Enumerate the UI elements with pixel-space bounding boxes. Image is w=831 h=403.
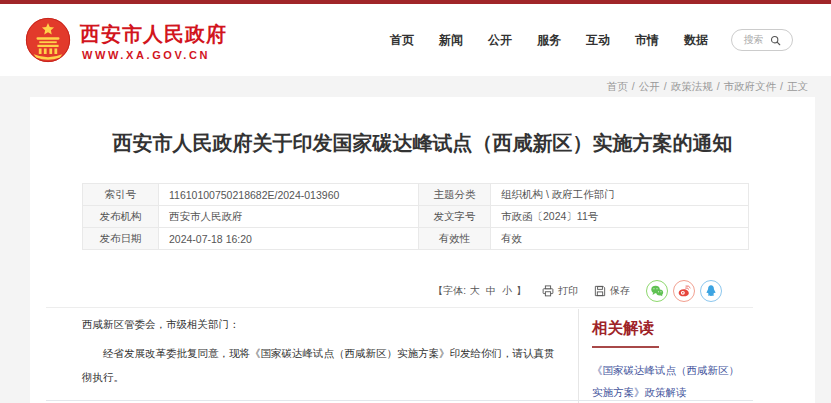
- nav-item-home[interactable]: 首页: [390, 32, 414, 49]
- save-label: 保存: [610, 284, 630, 298]
- save-button[interactable]: 保存: [594, 284, 630, 298]
- search-box[interactable]: 搜索: [731, 29, 793, 51]
- paragraph: 经省发展改革委批复同意，现将《国家碳达峰试点（西咸新区）实施方案》印发给你们，请…: [82, 341, 560, 389]
- save-icon: [594, 285, 606, 297]
- wechat-icon: [650, 284, 664, 298]
- nav-item-data[interactable]: 数据: [684, 32, 708, 49]
- salutation: 西咸新区管委会，市级相关部门：: [82, 312, 560, 336]
- breadcrumb-disclosure[interactable]: 公开: [639, 80, 660, 92]
- meta-label-document-number: 发文字号: [419, 206, 491, 228]
- nav-item-disclosure[interactable]: 公开: [488, 32, 512, 49]
- font-size-large-button[interactable]: 大: [470, 284, 480, 298]
- qq-icon: [704, 284, 718, 298]
- breadcrumb: 首页/公开/政策法规/市政府文件/正文: [607, 80, 808, 94]
- site-logo[interactable]: [25, 17, 71, 63]
- related-reading-link[interactable]: 《国家碳达峰试点（西咸新区）实施方案》政策解读: [592, 359, 744, 403]
- table-row: 发布日期 2024-07-18 16:20 有效性 有效: [83, 228, 749, 250]
- site-name[interactable]: 西安市人民政府: [80, 21, 227, 48]
- nav-item-news[interactable]: 新闻: [439, 32, 463, 49]
- weibo-share-button[interactable]: [673, 280, 695, 302]
- nav-item-interaction[interactable]: 互动: [586, 32, 610, 49]
- breadcrumb-separator: /: [632, 80, 635, 92]
- search-placeholder: 搜索: [744, 33, 764, 47]
- related-reading-underline: [592, 346, 659, 348]
- site-url: WWW.XA.GOV.CN: [82, 49, 210, 61]
- table-row: 索引号 11610100750218682E/2024-013960 主题分类 …: [83, 184, 749, 206]
- meta-label-validity: 有效性: [419, 228, 491, 250]
- weibo-icon: [677, 284, 691, 298]
- font-size-label-close: 】: [516, 284, 526, 298]
- qq-share-button[interactable]: [700, 280, 722, 302]
- document-meta-table: 索引号 11610100750218682E/2024-013960 主题分类 …: [82, 183, 749, 250]
- article-card: 西安市人民政府关于印发国家碳达峰试点（西咸新区）实施方案的通知 索引号 1161…: [30, 97, 815, 403]
- article-toolbar: 【字体: 大 中 小 】 打印 保存: [433, 280, 722, 302]
- nav-item-city-info[interactable]: 市情: [635, 32, 659, 49]
- breadcrumb-policies[interactable]: 政策法规: [671, 80, 713, 92]
- meta-value-issuing-agency: 西安市人民政府: [159, 206, 419, 228]
- meta-label-issuing-agency: 发布机构: [83, 206, 159, 228]
- national-emblem-icon: [25, 17, 71, 63]
- breadcrumb-separator: /: [780, 80, 783, 92]
- breadcrumb-current: 正文: [787, 80, 808, 92]
- print-label: 打印: [558, 284, 578, 298]
- toolbar-divider: [46, 307, 753, 308]
- main-nav: 首页 新闻 公开 服务 互动 市情 数据: [390, 4, 708, 76]
- breadcrumb-separator: /: [717, 80, 720, 92]
- related-reading-title: 相关解读: [592, 318, 762, 339]
- breadcrumb-separator: /: [664, 80, 667, 92]
- meta-label-publish-date: 发布日期: [83, 228, 159, 250]
- font-size-control: 【字体: 大 中 小 】: [433, 284, 526, 298]
- meta-label-topic-category: 主题分类: [419, 184, 491, 206]
- meta-value-topic-category: 组织机构 \ 政府工作部门: [491, 184, 749, 206]
- document-body: 西咸新区管委会，市级相关部门： 经省发展改革委批复同意，现将《国家碳达峰试点（西…: [82, 312, 560, 389]
- font-size-label: 【字体:: [433, 284, 466, 298]
- meta-value-document-number: 市政函〔2024〕11号: [491, 206, 749, 228]
- nav-item-services[interactable]: 服务: [537, 32, 561, 49]
- font-size-medium-button[interactable]: 中: [486, 284, 496, 298]
- printer-icon: [542, 285, 554, 297]
- meta-value-publish-date: 2024-07-18 16:20: [159, 228, 419, 250]
- meta-label-index-number: 索引号: [83, 184, 159, 206]
- font-size-small-button[interactable]: 小: [502, 284, 512, 298]
- meta-value-index-number: 11610100750218682E/2024-013960: [159, 184, 419, 206]
- content-bottom-divider: [46, 400, 753, 401]
- site-header: 西安市人民政府 WWW.XA.GOV.CN 首页 新闻 公开 服务 互动 市情 …: [0, 4, 831, 76]
- print-button[interactable]: 打印: [542, 284, 578, 298]
- share-buttons: [646, 280, 722, 302]
- wechat-share-button[interactable]: [646, 280, 668, 302]
- sidebar-divider: [578, 309, 579, 403]
- related-reading-panel: 相关解读 《国家碳达峰试点（西咸新区）实施方案》政策解读: [592, 318, 762, 403]
- breadcrumb-home[interactable]: 首页: [607, 80, 628, 92]
- meta-value-validity: 有效: [491, 228, 749, 250]
- search-icon[interactable]: [770, 35, 781, 46]
- table-row: 发布机构 西安市人民政府 发文字号 市政函〔2024〕11号: [83, 206, 749, 228]
- breadcrumb-city-gov-documents[interactable]: 市政府文件: [724, 80, 777, 92]
- page-title: 西安市人民政府关于印发国家碳达峰试点（西咸新区）实施方案的通知: [30, 130, 815, 157]
